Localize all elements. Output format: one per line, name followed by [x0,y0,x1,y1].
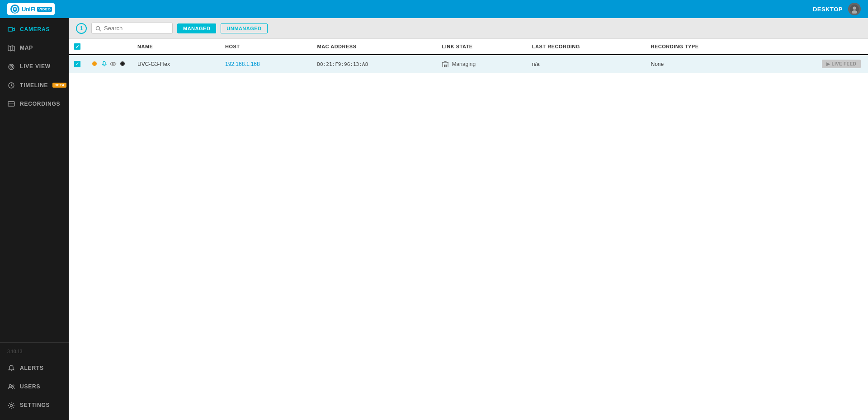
settings-icon [7,401,15,409]
live-view-label: LIVE VIEW [20,63,51,70]
top-header: UniFi VIDEO DESKTOP [0,0,868,18]
search-input[interactable] [104,25,169,32]
th-status [87,39,132,55]
row-status-cell [87,55,132,73]
mac-address: D0:21:F9:96:13:A8 [317,61,368,67]
row-recording-type-cell: None [645,55,764,73]
avatar[interactable] [848,3,861,15]
logo-area: UniFi VIDEO [7,3,55,15]
sidebar-nav: CAMERAS MAP [0,18,69,342]
svg-point-11 [11,66,12,67]
beta-badge: BETA [52,83,66,88]
camera-table: ✓ NAME HOST MAC ADDRESS LINK STATE LAST … [69,39,868,73]
svg-point-27 [122,63,124,65]
building-icon [442,61,449,67]
cameras-label: CAMERAS [20,26,50,33]
alerts-label: ALERTS [20,365,44,371]
header-right: DESKTOP [813,3,861,15]
svg-point-19 [12,385,14,387]
row-last-recording-cell: n/a [527,55,646,73]
svg-point-25 [113,63,114,65]
svg-point-18 [9,384,12,387]
map-icon [7,44,15,51]
th-link-state: LINK STATE [436,39,526,55]
sidebar-item-settings[interactable]: SETTINGS [0,396,69,415]
status-dot [92,61,97,66]
th-host: HOST [220,39,312,55]
version-text: 3.10.13 [0,346,69,359]
camera-count-badge: 1 [76,23,87,34]
th-recording-type: RECORDING TYPE [645,39,764,55]
link-state-content: Managing [442,61,521,67]
logo-box: UniFi VIDEO [7,3,55,15]
live-feed-button[interactable]: ▶ LIVE FEED [822,60,861,68]
table-header-row: ✓ NAME HOST MAC ADDRESS LINK STATE LAST … [69,39,868,55]
main-layout: CAMERAS MAP [0,18,868,420]
row-checkbox-cell: ✓ [69,55,87,73]
cameras-icon [7,25,15,33]
table-area: ✓ NAME HOST MAC ADDRESS LINK STATE LAST … [69,39,868,420]
svg-point-21 [96,27,100,30]
unifi-logo-icon [10,4,20,14]
sidebar-item-timeline[interactable]: TIMELINE BETA [0,76,69,94]
svg-point-3 [853,7,856,10]
row-name-cell: UVC-G3-Flex [132,55,220,73]
svg-rect-29 [444,65,445,67]
toolbar: 1 MANAGED UNMANAGED [69,18,868,39]
search-icon [95,25,101,32]
th-mac: MAC ADDRESS [312,39,437,55]
sidebar-item-cameras[interactable]: CAMERAS [0,20,69,38]
sidebar-item-users[interactable]: USERS [0,377,69,396]
managed-filter-button[interactable]: MANAGED [177,23,216,33]
svg-line-14 [11,85,13,86]
row-checkbox[interactable]: ✓ [74,61,80,67]
sidebar-item-alerts[interactable]: ALERTS [0,359,69,377]
timeline-icon [7,81,15,89]
row-host-cell: 192.168.1.168 [220,55,312,73]
settings-label: SETTINGS [20,402,50,408]
th-checkbox: ✓ [69,39,87,55]
host-link[interactable]: 192.168.1.168 [225,61,260,67]
eye-icon [110,61,117,67]
sidebar: CAMERAS MAP [0,18,69,420]
link-state-text: Managing [452,61,476,67]
unmanaged-filter-button[interactable]: UNMANAGED [221,23,267,33]
svg-point-20 [10,405,13,407]
content-area: 1 MANAGED UNMANAGED ✓ [69,18,868,420]
sidebar-footer: 3.10.13 ALERTS [0,342,69,420]
sidebar-item-live-view[interactable]: LIVE VIEW [0,57,69,76]
logo-video-text: VIDEO [37,7,52,12]
recordings-label: RECORDINGS [20,101,60,107]
map-label: MAP [20,45,33,51]
timeline-label: TIMELINE [20,82,48,89]
sidebar-item-map[interactable]: MAP [0,38,69,57]
svg-line-22 [99,30,101,32]
table-row: ✓ [69,55,868,73]
th-actions [764,39,868,55]
users-icon [7,383,15,390]
row-actions-cell: ▶ LIVE FEED [764,55,868,73]
svg-rect-28 [443,63,448,67]
live-view-icon [7,63,15,70]
select-all-checkbox[interactable]: ✓ [74,43,80,50]
desktop-label: DESKTOP [813,6,843,13]
svg-marker-6 [8,46,14,51]
status-icons [92,61,126,67]
logo-unifi-text: UniFi [22,6,35,13]
sidebar-item-recordings[interactable]: RECORDINGS [0,94,69,113]
th-name: NAME [132,39,220,55]
svg-rect-30 [446,65,447,67]
svg-point-1 [14,8,16,10]
svg-rect-23 [103,61,105,65]
users-label: USERS [20,383,40,390]
user-avatar-icon [850,5,859,14]
th-last-recording: LAST RECORDING [527,39,646,55]
row-mac-cell: D0:21:F9:96:13:A8 [312,55,437,73]
search-box [91,23,173,34]
camera-dot-icon [119,61,126,67]
row-link-state-cell: Managing [436,55,526,73]
recordings-icon [7,100,15,107]
microphone-icon [101,61,107,67]
bell-icon [7,364,15,372]
svg-rect-5 [8,28,13,31]
